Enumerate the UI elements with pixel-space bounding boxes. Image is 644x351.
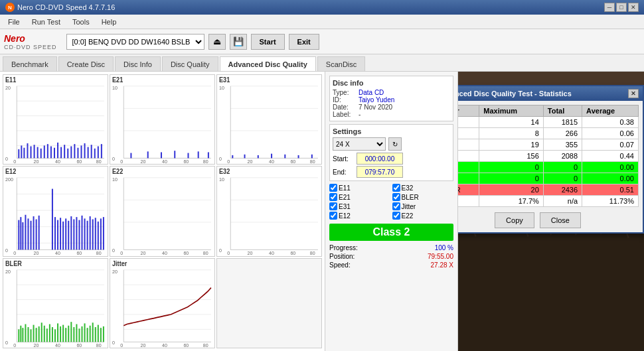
svg-rect-190	[73, 327, 74, 342]
svg-text:200: 200	[5, 176, 13, 182]
svg-text:40: 40	[269, 250, 274, 255]
svg-rect-32	[64, 145, 65, 158]
svg-rect-170	[20, 325, 21, 342]
checkboxes-grid: E11 E32 E21 BLER E31 Jitter	[329, 184, 453, 220]
tab-disc-info[interactable]: Disc Info	[115, 56, 161, 71]
menu-tools[interactable]: Tools	[67, 17, 95, 27]
stats-dialog-close[interactable]: ✕	[628, 89, 639, 98]
svg-rect-19	[21, 145, 22, 158]
speed-select[interactable]: 24 X Maximum 16 X 32 X	[333, 137, 386, 151]
col-total: Total	[543, 105, 582, 117]
svg-text:E11: E11	[5, 76, 17, 84]
checkbox-e12[interactable]: E12	[329, 212, 391, 220]
maximize-button[interactable]: □	[616, 3, 627, 12]
start-button[interactable]: Start	[251, 34, 285, 50]
svg-text:80: 80	[96, 342, 102, 348]
drive-select[interactable]: [0:0] BENQ DVD DD DW1640 BSLB	[66, 34, 204, 50]
svg-rect-35	[74, 144, 75, 158]
svg-rect-169	[18, 329, 19, 342]
svg-rect-189	[70, 322, 72, 342]
label-label: Label:	[333, 111, 356, 118]
svg-text:20: 20	[34, 250, 39, 255]
checkbox-e22[interactable]: E22	[392, 212, 454, 220]
svg-rect-185	[60, 326, 61, 342]
svg-rect-61	[187, 153, 189, 159]
speed-value: 27.28 X	[431, 261, 453, 269]
save-button[interactable]: 💾	[230, 34, 247, 50]
svg-text:60: 60	[290, 250, 295, 255]
svg-rect-183	[54, 329, 56, 342]
svg-text:80: 80	[203, 159, 208, 164]
svg-rect-126	[100, 219, 102, 250]
checkbox-e32[interactable]: E32	[392, 184, 454, 192]
checkbox-e21[interactable]: E21	[329, 193, 391, 201]
svg-text:E31: E31	[219, 76, 230, 84]
settings-section: Settings 24 X Maximum 16 X 32 X ↻ Start:…	[329, 124, 453, 181]
svg-rect-81	[284, 155, 285, 159]
col-error: Error	[458, 105, 479, 117]
svg-text:10: 10	[112, 85, 118, 91]
start-time-input[interactable]	[357, 153, 403, 165]
svg-text:20: 20	[112, 269, 118, 275]
eject-button[interactable]: ⏏	[208, 34, 226, 50]
svg-rect-118	[78, 220, 80, 250]
svg-rect-180	[46, 328, 48, 342]
svg-text:E32: E32	[219, 168, 230, 176]
close-button[interactable]: Close	[540, 212, 581, 228]
menu-bar: File Run Test Tools Help	[0, 15, 644, 29]
checkbox-e11[interactable]: E11	[329, 184, 391, 192]
svg-rect-127	[103, 217, 104, 249]
progress-section: Progress: 100 % Position: 79:55.00 Speed…	[329, 244, 453, 269]
svg-rect-184	[57, 323, 58, 342]
menu-file[interactable]: File	[3, 17, 25, 27]
end-time-input[interactable]	[357, 166, 403, 178]
progress-value: 100 %	[435, 244, 453, 251]
svg-rect-122	[90, 216, 91, 249]
tab-benchmark[interactable]: Benchmark	[3, 56, 57, 71]
svg-text:0: 0	[219, 155, 222, 161]
tab-advanced-disc-quality[interactable]: Advanced Disc Quality	[220, 56, 316, 71]
svg-rect-177	[39, 326, 40, 342]
label-value: -	[359, 111, 361, 118]
minimize-button[interactable]: ─	[604, 3, 615, 12]
exit-button[interactable]: Exit	[289, 34, 319, 50]
menu-run-test[interactable]: Run Test	[27, 17, 66, 27]
svg-rect-174	[31, 329, 32, 342]
close-window-button[interactable]: ✕	[628, 3, 639, 12]
tab-scan-disc[interactable]: ScanDisc	[317, 56, 365, 71]
table-row: E2182660.06	[458, 128, 639, 139]
svg-rect-57	[130, 153, 131, 159]
disc-info-title: Disc info	[333, 79, 450, 87]
svg-text:E22: E22	[112, 168, 123, 176]
svg-rect-109	[54, 217, 56, 249]
tab-disc-quality[interactable]: Disc Quality	[162, 56, 218, 71]
checkbox-bler[interactable]: BLER	[392, 193, 454, 201]
refresh-button[interactable]: ↻	[388, 137, 402, 151]
id-value: Taiyo Yuden	[359, 96, 394, 104]
svg-text:0: 0	[120, 159, 123, 164]
table-row: E32000.00	[458, 173, 639, 184]
tab-bar: Benchmark Create Disc Disc Info Disc Qua…	[0, 54, 644, 72]
svg-rect-194	[84, 323, 86, 342]
tab-create-disc[interactable]: Create Disc	[58, 56, 114, 71]
svg-text:80: 80	[96, 250, 102, 255]
svg-rect-27	[47, 144, 48, 158]
chart-e22: E22 10 0 0 20 40 60 80	[110, 166, 215, 256]
chart-e31: E31 10 0 0 20 40 60 80	[216, 74, 322, 165]
checkbox-e31[interactable]: E31	[329, 202, 391, 210]
menu-help[interactable]: Help	[96, 17, 122, 27]
stats-title-bar: Advanced Disc Quality Test - Statistics …	[458, 86, 643, 101]
svg-text:0: 0	[13, 159, 16, 164]
svg-rect-80	[271, 154, 272, 159]
svg-rect-18	[18, 149, 19, 158]
svg-rect-40	[91, 145, 92, 158]
stats-table: Error Maximum Total Average E111418150.3…	[458, 105, 639, 207]
class-badge: Class 2	[329, 224, 453, 241]
chart-e12: E12 200 0 0 20 40 60 80	[3, 166, 108, 256]
checkbox-jitter[interactable]: Jitter	[392, 202, 454, 210]
svg-rect-173	[27, 327, 29, 342]
svg-rect-179	[44, 325, 45, 342]
copy-button[interactable]: Copy	[495, 212, 534, 228]
svg-rect-124	[95, 218, 96, 250]
svg-text:20: 20	[34, 159, 39, 164]
